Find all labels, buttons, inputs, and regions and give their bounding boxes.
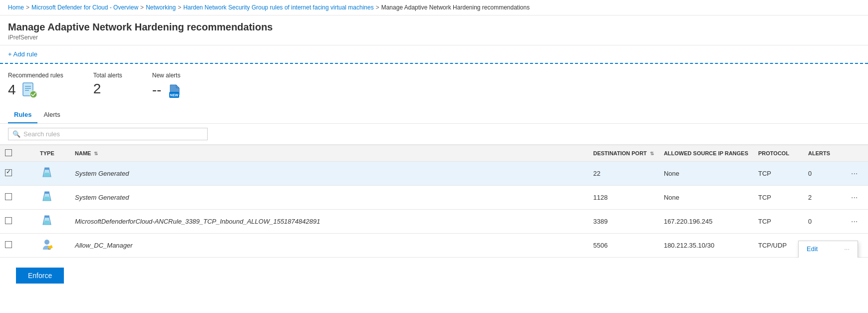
col-header-src: ALLOWED SOURCE IP RANGES: [659, 145, 753, 162]
row4-protocol: TCP/UDP: [753, 234, 803, 258]
stat-new-value: --: [152, 82, 162, 98]
recommended-rules-icon: [20, 81, 38, 99]
svg-text:NEW: NEW: [170, 93, 179, 97]
row3-checkbox-cell[interactable]: [0, 210, 35, 234]
row1-dest: 22: [588, 162, 658, 186]
breadcrumb-harden[interactable]: Harden Network Security Group rules of i…: [183, 4, 374, 11]
row2-protocol: TCP: [753, 186, 803, 210]
row4-dest: 5506: [588, 234, 658, 258]
name-sort-icon: ⇅: [94, 151, 98, 156]
search-icon: 🔍: [12, 130, 20, 138]
flask-icon: [40, 166, 54, 180]
search-wrapper: 🔍: [8, 128, 208, 140]
enforce-button[interactable]: Enforce: [16, 268, 64, 284]
row1-checkbox[interactable]: [5, 169, 12, 176]
stat-recommended-value: 4: [8, 82, 16, 98]
edit-more-icon: ···: [844, 245, 850, 253]
row3-src: 167.220.196.245: [659, 210, 753, 234]
row2-dest: 1128: [588, 186, 658, 210]
col-header-name[interactable]: NAME ⇅: [70, 145, 588, 162]
row2-alerts: 2: [803, 186, 843, 210]
row2-src: None: [659, 186, 753, 210]
new-alerts-icon: NEW: [165, 81, 183, 99]
col-header-actions: [843, 145, 868, 162]
row3-actions[interactable]: ···: [843, 210, 868, 234]
tabs-section: Rules Alerts: [0, 103, 868, 124]
table-row: System Generated 22 None TCP 0 ···: [0, 162, 868, 186]
add-rule-button[interactable]: + Add rule: [8, 50, 37, 58]
search-bar: 🔍: [0, 124, 868, 145]
page-title: Manage Adaptive Network Hardening recomm…: [8, 21, 860, 33]
row1-alerts: 0: [803, 162, 843, 186]
table-header-row: TYPE NAME ⇅ DESTINATION PORT ⇅ ALLOWED S…: [0, 145, 868, 162]
breadcrumb-sep-1: >: [26, 4, 29, 11]
row3-more-button[interactable]: ···: [848, 216, 861, 227]
dest-sort-icon: ⇅: [650, 151, 654, 156]
row1-name: System Generated: [70, 162, 588, 186]
row3-name: MicrosoftDefenderforCloud-ANCRule_3389_T…: [70, 210, 588, 234]
breadcrumb-sep-3: >: [178, 4, 181, 11]
row1-more-button[interactable]: ···: [848, 168, 861, 179]
page-header: Manage Adaptive Network Hardening recomm…: [0, 15, 868, 45]
table-container: TYPE NAME ⇅ DESTINATION PORT ⇅ ALLOWED S…: [0, 145, 868, 258]
svg-rect-14: [44, 216, 49, 218]
row1-checkbox-cell[interactable]: [0, 162, 35, 186]
context-menu-delete[interactable]: Delete ···: [799, 257, 858, 258]
row1-protocol: TCP: [753, 162, 803, 186]
row2-actions[interactable]: ···: [843, 186, 868, 210]
stat-total-alerts: Total alerts 2: [93, 72, 122, 99]
stat-recommended-rules: Recommended rules 4: [8, 72, 63, 99]
svg-rect-8: [44, 168, 49, 170]
row3-alerts: 0: [803, 210, 843, 234]
row2-type: [35, 186, 70, 210]
row2-checkbox[interactable]: [5, 193, 12, 200]
stat-total-label: Total alerts: [93, 72, 122, 79]
stat-total-value: 2: [93, 81, 101, 97]
row4-checkbox-cell[interactable]: [0, 234, 35, 258]
breadcrumb-networking[interactable]: Networking: [146, 4, 176, 11]
breadcrumb-sep-2: >: [140, 4, 144, 11]
row4-type: [35, 234, 70, 258]
context-menu: Edit ··· Delete ···: [798, 241, 858, 258]
col-header-checkbox: [0, 145, 35, 162]
col-header-protocol: PROTOCOL: [753, 145, 803, 162]
row3-dest: 3389: [588, 210, 658, 234]
breadcrumb-defender[interactable]: Microsoft Defender for Cloud - Overview: [31, 4, 138, 11]
svg-point-4: [30, 91, 37, 98]
row4-checkbox[interactable]: [5, 241, 12, 248]
rules-table: TYPE NAME ⇅ DESTINATION PORT ⇅ ALLOWED S…: [0, 145, 868, 258]
flask-icon: [40, 214, 54, 228]
tab-rules[interactable]: Rules: [8, 107, 37, 123]
table-row: MicrosoftDefenderforCloud-ANCRule_3389_T…: [0, 210, 868, 234]
row1-src: None: [659, 162, 753, 186]
stats-section: Recommended rules 4 Total alerts 2 New a…: [0, 64, 868, 103]
row3-type: [35, 210, 70, 234]
col-header-dest[interactable]: DESTINATION PORT ⇅: [588, 145, 658, 162]
select-all-checkbox[interactable]: [5, 149, 12, 156]
row2-checkbox-cell[interactable]: [0, 186, 35, 210]
tab-alerts[interactable]: Alerts: [37, 107, 66, 123]
breadcrumb-current: Manage Adaptive Network Hardening recomm…: [381, 4, 530, 11]
row3-checkbox[interactable]: [5, 217, 12, 224]
row4-name: Allow_DC_Manager: [70, 234, 588, 258]
table-row: System Generated 1128 None TCP 2 ···: [0, 186, 868, 210]
person-pen-icon: [40, 238, 54, 252]
svg-rect-11: [44, 192, 49, 194]
svg-point-16: [44, 240, 49, 245]
flask-icon: [40, 190, 54, 204]
stat-new-alerts: New alerts -- NEW: [152, 72, 184, 99]
row3-protocol: TCP: [753, 210, 803, 234]
row1-type: [35, 162, 70, 186]
row1-actions[interactable]: ···: [843, 162, 868, 186]
breadcrumb-home[interactable]: Home: [8, 4, 24, 11]
row2-more-button[interactable]: ···: [848, 192, 861, 203]
context-menu-edit[interactable]: Edit ···: [799, 241, 858, 257]
search-input[interactable]: [23, 130, 173, 138]
page-subtitle: iPrefServer: [8, 34, 860, 41]
toolbar: + Add rule: [0, 45, 868, 64]
row4-src: 180.212.35.10/30: [659, 234, 753, 258]
col-header-alerts: ALERTS: [803, 145, 843, 162]
footer: Enforce: [0, 258, 868, 294]
stat-recommended-label: Recommended rules: [8, 72, 63, 79]
breadcrumb-sep-4: >: [376, 4, 379, 11]
